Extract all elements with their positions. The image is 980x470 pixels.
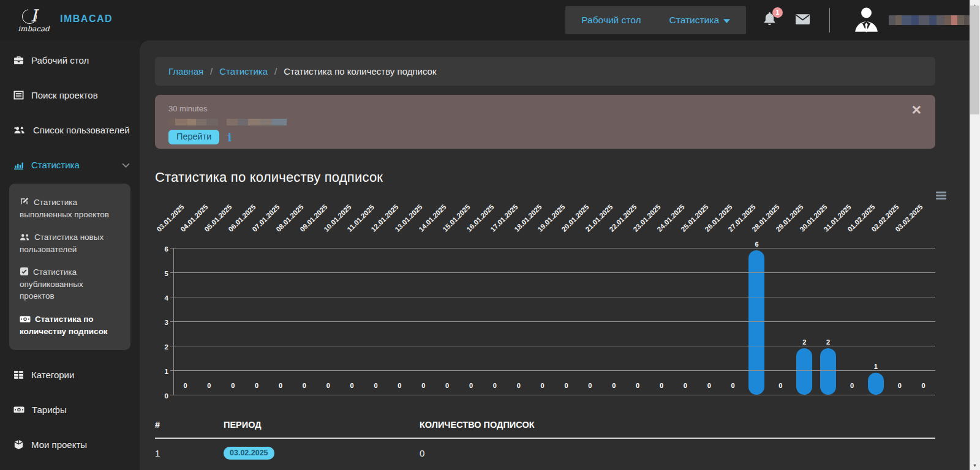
y-axis-label: 5 xyxy=(153,270,168,277)
gridline xyxy=(173,248,935,248)
sidebar-subitem[interactable]: Статистика новых пользователей xyxy=(18,226,121,261)
bar-value-label: 0 xyxy=(731,382,735,389)
sidebar-subitem-label: Статистика опубликованных проектов xyxy=(20,267,83,300)
sidebar-item[interactable]: Тарифы xyxy=(0,392,140,427)
info-icon[interactable]: i xyxy=(227,131,232,144)
logo-word: imbacad xyxy=(16,24,51,33)
bar-value-label: 0 xyxy=(922,382,925,389)
users-icon xyxy=(13,125,26,135)
page-title: Статистика по количеству подписок xyxy=(155,170,935,185)
briefcase-icon xyxy=(13,55,24,65)
bar-value-label: 0 xyxy=(684,382,687,389)
sidebar-subitem-label: Статистика выполненных проектов xyxy=(20,198,109,219)
sidebar-subitem-label: Статистика новых пользователей xyxy=(20,233,104,254)
subscriptions-table: #ПЕРИОДКОЛИЧЕСТВО ПОДПИСОК 103.02.20250 xyxy=(155,420,935,460)
scroll-down-arrow-icon[interactable]: ▼ xyxy=(970,460,980,470)
bar-value-label: 0 xyxy=(207,382,211,389)
application-window: I imbacad IMBACAD Рабочий столСтатистика… xyxy=(0,0,980,470)
user-avatar[interactable] xyxy=(852,5,881,35)
sidebar-item-label: Поиск проектов xyxy=(31,90,130,100)
row-number-cell: 1 xyxy=(155,448,224,458)
y-axis-label: 1 xyxy=(153,368,168,375)
bar-value-label: 6 xyxy=(755,241,758,248)
header-divider xyxy=(829,8,830,32)
breadcrumb-link[interactable]: Статистика xyxy=(219,66,268,76)
messages-button[interactable] xyxy=(796,14,810,27)
sidebar-item[interactable]: Список пользователей xyxy=(0,113,140,147)
bar-chart-icon xyxy=(13,160,24,170)
main-content: Главная/Статистика/Статистика по количес… xyxy=(140,40,970,470)
bar-value-label: 0 xyxy=(850,382,854,389)
bar-value-label: 0 xyxy=(660,382,663,389)
y-axis-label: 4 xyxy=(153,294,168,302)
sidebar-item-label: Категории xyxy=(31,370,130,380)
sidebar-subitem[interactable]: Статистика выполненных проектов xyxy=(18,191,121,226)
gridline xyxy=(173,321,935,322)
table-row: 103.02.20250 xyxy=(155,439,935,460)
period-cell: 03.02.2025 xyxy=(224,447,420,460)
close-icon[interactable]: ✕ xyxy=(911,103,922,116)
banknote-icon xyxy=(20,315,31,323)
sidebar-nav: Рабочий столПоиск проектовСписок пользов… xyxy=(0,40,140,470)
chart-menu-icon[interactable] xyxy=(936,192,946,201)
y-tick-mark xyxy=(170,346,173,346)
bar-value-label: 0 xyxy=(398,382,401,389)
bar-value-label: 0 xyxy=(231,382,235,389)
table-body: 103.02.20250 xyxy=(155,439,935,460)
scrollbar-thumb[interactable] xyxy=(970,6,979,114)
y-tick-mark xyxy=(170,395,173,395)
bar-value-label: 0 xyxy=(445,382,449,389)
y-tick-mark xyxy=(170,321,173,322)
bar-value-label: 0 xyxy=(636,382,639,389)
sidebar-submenu: Статистика выполненных проектовСтатистик… xyxy=(9,184,130,350)
top-nav-item[interactable]: Статистика xyxy=(669,15,730,26)
check-square-icon xyxy=(20,267,29,276)
cube-icon xyxy=(13,439,24,450)
notifications-button[interactable]: 1 xyxy=(763,12,776,29)
bar-value-label: 2 xyxy=(826,338,830,346)
sidebar-subitem[interactable]: Статистика опубликованных проектов xyxy=(18,261,121,308)
breadcrumb-link[interactable]: Главная xyxy=(168,66,203,76)
sidebar-subitem[interactable]: Статистика по количеству подписок xyxy=(18,308,121,343)
logo-glyph: I xyxy=(31,8,37,24)
bar[interactable] xyxy=(868,373,884,395)
bar-value-label: 0 xyxy=(421,382,425,389)
sidebar-item[interactable]: Категории xyxy=(0,357,140,392)
bar-value-label: 0 xyxy=(350,382,354,389)
chart-plot: 00000000000000000000000060220100 0123456 xyxy=(173,248,935,395)
sidebar-item-label: Список пользователей xyxy=(33,125,130,135)
notification-count-badge: 1 xyxy=(772,7,783,18)
y-axis-label: 2 xyxy=(153,343,168,351)
redacted-username xyxy=(889,15,970,25)
bar[interactable] xyxy=(820,348,836,395)
bar-value-label: 0 xyxy=(469,382,473,389)
caret-down-icon xyxy=(723,15,730,26)
logo[interactable]: I imbacad IMBACAD xyxy=(0,8,141,33)
gridline xyxy=(173,346,935,346)
sidebar-item-label: Тарифы xyxy=(32,405,130,415)
sidebar-item[interactable]: Мои проекты xyxy=(0,427,140,462)
bar-value-label: 0 xyxy=(564,382,568,389)
users-small-icon xyxy=(20,233,30,241)
y-axis-label: 3 xyxy=(153,319,168,326)
bar-value-label: 0 xyxy=(279,382,282,389)
list-icon xyxy=(13,90,24,100)
sidebar-item-label: Статистика xyxy=(31,160,115,170)
sidebar-item[interactable]: Рабочий стол xyxy=(0,43,140,78)
sidebar-subitem-label: Статистика по количеству подписок xyxy=(20,315,108,336)
bar-value-label: 0 xyxy=(326,382,330,389)
page-scrollbar[interactable]: ▲ ▼ xyxy=(970,0,980,470)
top-nav-item[interactable]: Рабочий стол xyxy=(581,15,641,26)
banknote-icon xyxy=(13,406,24,414)
bar-value-label: 0 xyxy=(517,382,521,389)
redacted-text xyxy=(168,119,922,125)
sidebar-item[interactable]: Статистика xyxy=(0,147,140,182)
count-cell: 0 xyxy=(420,448,935,458)
y-tick-mark xyxy=(170,370,173,371)
sidebar-item[interactable]: Поиск проектов xyxy=(0,78,140,113)
bar-value-label: 0 xyxy=(588,382,592,389)
go-button[interactable]: Перейти xyxy=(168,130,219,144)
bar-value-label: 1 xyxy=(874,363,878,370)
bar[interactable] xyxy=(796,348,812,395)
bar-value-label: 0 xyxy=(303,382,306,389)
